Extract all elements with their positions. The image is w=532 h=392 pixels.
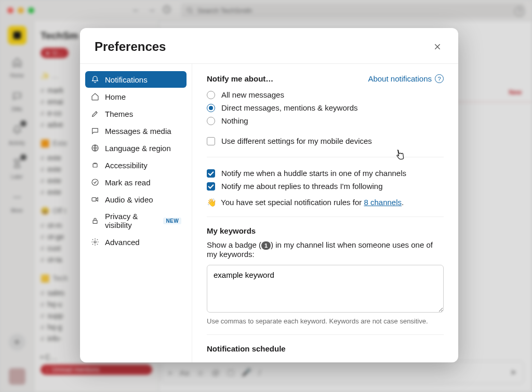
option-label: Notify me about replies to threads I'm f… bbox=[221, 182, 383, 191]
channels-link[interactable]: 8 channels bbox=[364, 198, 402, 207]
close-icon bbox=[433, 43, 442, 51]
sidebar-item-home[interactable]: Home bbox=[85, 88, 187, 105]
modal-header: Preferences bbox=[80, 28, 458, 64]
sidebar-item-label: Home bbox=[105, 92, 126, 101]
divider bbox=[207, 217, 444, 217]
modal-title: Preferences bbox=[95, 39, 166, 54]
option-mobile-settings[interactable]: Use different settings for my mobile dev… bbox=[207, 134, 444, 147]
option-label: Nothing bbox=[221, 116, 248, 125]
sidebar-item-label: Audio & video bbox=[105, 195, 153, 204]
sidebar-item-accessibility[interactable]: Accessibility bbox=[85, 157, 187, 173]
preferences-sidebar: Notifications Home Themes Messages & med… bbox=[80, 64, 192, 362]
svg-rect-9 bbox=[92, 198, 96, 201]
about-notifications-link[interactable]: About notifications ? bbox=[368, 74, 444, 83]
close-button[interactable] bbox=[431, 40, 444, 53]
schedule-heading: Notification schedule bbox=[207, 344, 444, 353]
lock-icon bbox=[90, 216, 100, 225]
divider bbox=[207, 157, 444, 157]
badge-icon: 1 bbox=[261, 241, 271, 250]
radio-input[interactable] bbox=[207, 104, 215, 112]
preferences-content: Notify me about… About notifications ? A… bbox=[192, 64, 458, 362]
svg-rect-7 bbox=[93, 164, 97, 167]
svg-point-11 bbox=[94, 241, 96, 243]
video-icon bbox=[90, 195, 100, 204]
checkbox-input[interactable] bbox=[207, 182, 215, 191]
bell-icon bbox=[90, 75, 100, 84]
option-label: Use different settings for my mobile dev… bbox=[221, 137, 372, 145]
wave-icon: 👋 bbox=[207, 198, 217, 207]
sidebar-item-mark-as-read[interactable]: Mark as read bbox=[85, 174, 187, 191]
checkbox-input[interactable] bbox=[207, 137, 215, 145]
sidebar-item-label: Accessibility bbox=[105, 161, 148, 170]
sidebar-item-privacy-visibility[interactable]: Privacy & visibility NEW bbox=[85, 208, 187, 233]
accessibility-icon bbox=[90, 160, 100, 170]
radio-input[interactable] bbox=[207, 91, 215, 99]
radio-input[interactable] bbox=[207, 117, 215, 125]
preferences-modal: Preferences Notifications Home Themes Me… bbox=[80, 28, 458, 362]
option-huddle-notify[interactable]: Notify me when a huddle starts in one of… bbox=[207, 167, 444, 180]
sidebar-item-label: Messages & media bbox=[105, 127, 171, 136]
globe-icon bbox=[90, 143, 100, 153]
gear-icon bbox=[90, 237, 100, 247]
option-label: Direct messages, mentions & keywords bbox=[221, 103, 358, 112]
sidebar-item-label: Language & region bbox=[105, 144, 171, 153]
new-badge: NEW bbox=[163, 218, 181, 224]
sidebar-item-messages-media[interactable]: Messages & media bbox=[85, 123, 187, 139]
sidebar-item-audio-video[interactable]: Audio & video bbox=[85, 191, 187, 208]
special-rules-notice: 👋 You have set special notification rule… bbox=[207, 198, 444, 207]
checkbox-input[interactable] bbox=[207, 169, 215, 178]
themes-icon bbox=[90, 109, 100, 118]
sidebar-item-language-region[interactable]: Language & region bbox=[85, 140, 187, 156]
keywords-textarea[interactable] bbox=[207, 265, 444, 313]
check-circle-icon bbox=[90, 178, 100, 187]
keywords-description: Show a badge (1) in my channel list when… bbox=[207, 240, 444, 259]
sidebar-item-notifications[interactable]: Notifications bbox=[85, 71, 187, 88]
sidebar-item-label: Notifications bbox=[105, 75, 148, 84]
keywords-hint: Use commas to separate each keyword. Key… bbox=[207, 317, 444, 325]
sidebar-item-label: Advanced bbox=[105, 238, 140, 247]
sidebar-item-label: Themes bbox=[105, 110, 133, 118]
option-direct-mentions[interactable]: Direct messages, mentions & keywords bbox=[207, 101, 444, 114]
divider bbox=[207, 334, 444, 335]
sidebar-item-advanced[interactable]: Advanced bbox=[85, 234, 187, 250]
svg-rect-10 bbox=[93, 220, 97, 223]
option-label: Notify me when a huddle starts in one of… bbox=[221, 169, 406, 178]
messages-icon bbox=[90, 126, 100, 136]
svg-point-8 bbox=[92, 179, 98, 185]
option-thread-replies[interactable]: Notify me about replies to threads I'm f… bbox=[207, 180, 444, 193]
sidebar-item-label: Privacy & visibility bbox=[105, 212, 156, 229]
sidebar-item-label: Mark as read bbox=[105, 178, 151, 187]
help-icon: ? bbox=[435, 74, 444, 83]
option-nothing[interactable]: Nothing bbox=[207, 114, 444, 127]
option-label: All new messages bbox=[221, 90, 284, 99]
option-all-messages[interactable]: All new messages bbox=[207, 88, 444, 101]
notify-heading: Notify me about… bbox=[207, 74, 273, 83]
sidebar-item-themes[interactable]: Themes bbox=[85, 105, 187, 122]
keywords-heading: My keywords bbox=[207, 226, 444, 235]
home-icon bbox=[90, 92, 100, 101]
